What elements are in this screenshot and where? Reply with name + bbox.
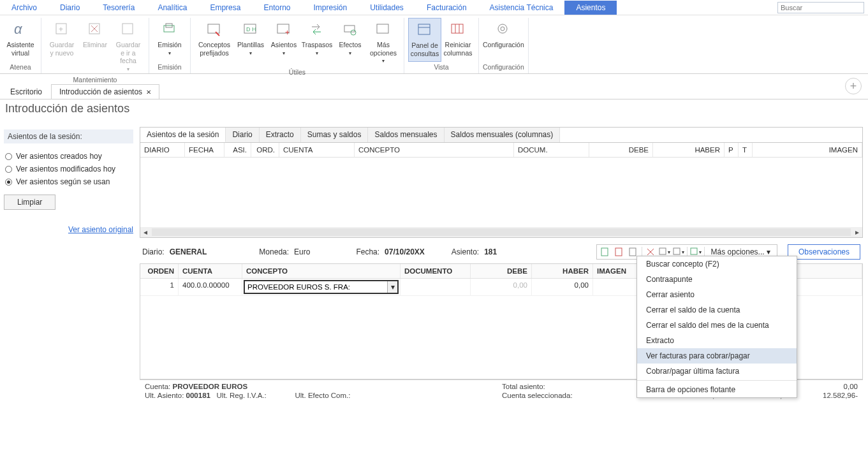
menu-empresa[interactable]: Empresa bbox=[198, 1, 252, 15]
ribbon-mas-opciones[interactable]: Más opciones▾ bbox=[367, 18, 400, 67]
subtab-sumas-saldos[interactable]: Sumas y saldos bbox=[301, 128, 369, 142]
col-haber[interactable]: HABER bbox=[653, 143, 725, 157]
ctx-cerrar-saldo-mes[interactable]: Cerrar el saldo del mes de la cuenta bbox=[637, 318, 797, 333]
chevron-down-icon: ▾ bbox=[316, 50, 318, 57]
ctx-contraapunte[interactable]: Contraapunte bbox=[637, 272, 797, 287]
alpha-icon: α bbox=[11, 20, 29, 38]
ribbon-eliminar[interactable]: Eliminar bbox=[78, 18, 112, 75]
col-concepto2[interactable]: CONCEPTO bbox=[242, 264, 401, 278]
svg-rect-26 bbox=[615, 248, 622, 256]
concepto-combo[interactable]: ▾ bbox=[244, 280, 399, 294]
ctx-barra-flotante[interactable]: Barra de opciones flotante bbox=[637, 382, 797, 397]
col-documento[interactable]: DOCUMENTO bbox=[401, 264, 471, 278]
subtab-saldos-mensuales-col[interactable]: Saldos mensuales (columnas) bbox=[445, 128, 561, 142]
ribbon-panel-consultas[interactable]: Panel de consultas bbox=[408, 18, 441, 62]
ribbon-plantillas[interactable]: D H Plantillas▾ bbox=[234, 18, 267, 67]
ribbon-asistente-virtual[interactable]: α Asistente virtual bbox=[4, 18, 37, 62]
cell-debe[interactable]: 0,00 bbox=[471, 279, 532, 295]
col-orden[interactable]: ORDEN bbox=[140, 264, 179, 278]
col-asi[interactable]: ASI. bbox=[224, 143, 251, 157]
ctx-extracto[interactable]: Extracto bbox=[637, 333, 797, 348]
ribbon-efectos[interactable]: Efectos▾ bbox=[334, 18, 367, 67]
ribbon-guardar-nuevo[interactable]: + Guardar y nuevo bbox=[45, 18, 78, 75]
svg-line-10 bbox=[216, 32, 219, 36]
ribbon-guardar-fecha[interactable]: Guardar e ir a fecha▾ bbox=[112, 18, 145, 75]
col-p[interactable]: P bbox=[725, 143, 739, 157]
subtab-diario[interactable]: Diario bbox=[226, 128, 259, 142]
menu-analitica[interactable]: Analítica bbox=[146, 1, 198, 15]
subtab-saldos-mensuales[interactable]: Saldos mensuales bbox=[368, 128, 444, 142]
col-docum[interactable]: DOCUM. bbox=[514, 143, 589, 157]
ribbon-configuracion[interactable]: Configuración bbox=[483, 18, 523, 62]
radio-modificados-hoy[interactable]: Ver asientos modificados hoy bbox=[4, 163, 133, 175]
chevron-down-icon[interactable]: ▾ bbox=[387, 281, 397, 293]
gear-icon bbox=[494, 20, 512, 38]
svg-rect-15 bbox=[344, 26, 355, 32]
ribbon-conceptos[interactable]: Conceptos prefijados bbox=[195, 18, 234, 67]
menu-asistencia[interactable]: Asistencia Técnica bbox=[478, 1, 565, 15]
subtab-asientos-sesion[interactable]: Asientos de la sesión bbox=[140, 128, 226, 142]
ctx-ver-facturas[interactable]: Ver facturas para cobrar/pagar bbox=[637, 348, 797, 364]
tab-introduccion[interactable]: Introducción de asientos ✕ bbox=[51, 84, 159, 99]
search-input[interactable] bbox=[777, 2, 864, 13]
concepto-input[interactable] bbox=[245, 282, 387, 292]
subtab-extracto[interactable]: Extracto bbox=[260, 128, 301, 142]
menubar: Archivo Diario Tesorería Analítica Empre… bbox=[0, 0, 868, 15]
col-cuenta[interactable]: CUENTA bbox=[279, 143, 355, 157]
close-icon[interactable]: ✕ bbox=[146, 89, 151, 96]
menu-asientos[interactable]: Asientos bbox=[564, 1, 617, 15]
menu-impresion[interactable]: Impresión bbox=[302, 1, 358, 15]
tool-del-icon[interactable] bbox=[614, 246, 625, 258]
menu-archivo[interactable]: Archivo bbox=[0, 1, 48, 15]
col-fecha[interactable]: FECHA bbox=[185, 143, 224, 157]
limpiar-button[interactable]: Limpiar bbox=[4, 195, 55, 210]
col-imagen[interactable]: IMAGEN bbox=[753, 143, 862, 157]
ver-asiento-original-link[interactable]: Ver asiento original bbox=[4, 225, 133, 234]
tool-new-icon[interactable] bbox=[600, 246, 611, 258]
menu-diario[interactable]: Diario bbox=[48, 1, 91, 15]
cell-haber[interactable]: 0,00 bbox=[532, 279, 593, 295]
chevron-down-icon: ▾ bbox=[382, 58, 385, 64]
upper-grid-scrollbar[interactable]: ◂ ▸ bbox=[140, 227, 862, 237]
col-concepto[interactable]: CONCEPTO bbox=[355, 143, 514, 157]
svg-rect-7 bbox=[164, 26, 174, 32]
ctx-cerrar-asiento[interactable]: Cerrar asiento bbox=[637, 287, 797, 302]
radio-creados-hoy[interactable]: Ver asientos creados hoy bbox=[4, 150, 133, 163]
col-debe2[interactable]: DEBE bbox=[471, 264, 532, 278]
svg-text:+: + bbox=[59, 25, 63, 34]
ribbon-asientos-btn[interactable]: + Asientos▾ bbox=[267, 18, 300, 67]
col-cuenta2[interactable]: CUENTA bbox=[179, 264, 242, 278]
ctx-buscar-concepto[interactable]: Buscar concepto (F2) bbox=[637, 256, 797, 272]
ribbon-traspasos[interactable]: Traspasos▾ bbox=[300, 18, 334, 67]
svg-rect-25 bbox=[601, 248, 608, 256]
ribbon-reiniciar-columnas[interactable]: Reiniciar columnas bbox=[441, 18, 474, 62]
ctx-cerrar-saldo-cuenta[interactable]: Cerrar el saldo de la cuenta bbox=[637, 302, 797, 318]
cell-cuenta[interactable]: 400.0.0.00000 bbox=[179, 279, 242, 295]
scroll-left-icon[interactable]: ◂ bbox=[140, 228, 151, 237]
tab-escritorio[interactable]: Escritorio bbox=[3, 85, 50, 99]
add-tab-button[interactable]: + bbox=[845, 78, 862, 94]
more-icon bbox=[374, 20, 392, 38]
cuenta-sel-v3: 12.582,96- bbox=[790, 392, 858, 399]
scroll-track[interactable] bbox=[152, 228, 851, 236]
col-ord[interactable]: ORD. bbox=[251, 143, 279, 157]
radio-segun-usan[interactable]: Ver asientos según se usan bbox=[4, 175, 133, 188]
entries-icon: + bbox=[275, 20, 293, 38]
col-haber2[interactable]: HABER bbox=[532, 264, 593, 278]
save-new-icon: + bbox=[53, 20, 71, 38]
menu-facturacion[interactable]: Facturación bbox=[415, 1, 478, 15]
menu-tesoreria[interactable]: Tesorería bbox=[91, 1, 146, 15]
col-diario[interactable]: DIARIO bbox=[140, 143, 185, 157]
ctx-cobrar-pagar[interactable]: Cobrar/pagar última factura bbox=[637, 364, 797, 379]
menu-entorno[interactable]: Entorno bbox=[252, 1, 302, 15]
col-t[interactable]: T bbox=[739, 143, 753, 157]
scroll-right-icon[interactable]: ▸ bbox=[852, 228, 862, 237]
menu-utilidades[interactable]: Utilidades bbox=[358, 1, 415, 15]
svg-point-23 bbox=[498, 24, 507, 33]
cuenta-value: PROVEEDOR EUROS bbox=[172, 383, 247, 390]
ribbon-emision[interactable]: Emisión▾ bbox=[153, 18, 186, 62]
observaciones-button[interactable]: Observaciones bbox=[788, 244, 860, 260]
upper-grid-body[interactable] bbox=[140, 158, 862, 227]
col-debe[interactable]: DEBE bbox=[589, 143, 653, 157]
cell-documento[interactable] bbox=[401, 279, 471, 295]
